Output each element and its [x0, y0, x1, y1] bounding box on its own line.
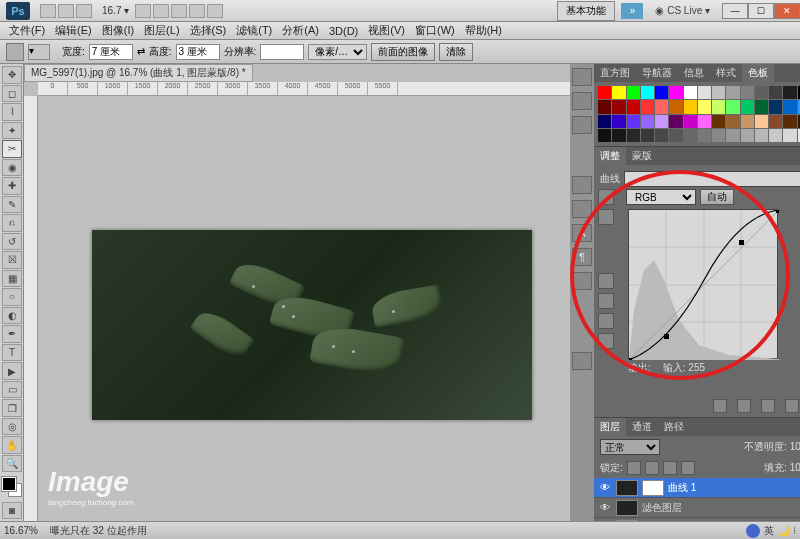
menu-filter[interactable]: 滤镜(T) [231, 23, 277, 38]
clear-button[interactable]: 清除 [439, 43, 473, 61]
view-extras-icon[interactable] [76, 4, 92, 18]
swatch[interactable] [726, 86, 739, 99]
swatch[interactable] [612, 100, 625, 113]
dock-icon-8[interactable] [572, 272, 592, 290]
swatch[interactable] [769, 100, 782, 113]
swatch[interactable] [712, 100, 725, 113]
rotate-view-icon[interactable] [171, 4, 187, 18]
menu-analysis[interactable]: 分析(A) [277, 23, 324, 38]
menu-file[interactable]: 文件(F) [4, 23, 50, 38]
zoom-icon[interactable] [153, 4, 169, 18]
menu-window[interactable]: 窗口(W) [410, 23, 460, 38]
expand-panels-icon[interactable]: » [621, 3, 643, 19]
menu-3d[interactable]: 3D(D) [324, 25, 363, 37]
magic-wand-tool[interactable]: ✦ [2, 122, 22, 140]
curves-eyedropper-black-icon[interactable] [598, 273, 614, 289]
swatch[interactable] [612, 115, 625, 128]
workspace-switcher[interactable]: 基本功能 [557, 1, 615, 21]
swatch[interactable] [612, 86, 625, 99]
shape-tool[interactable]: ▭ [2, 381, 22, 399]
tab-layers[interactable]: 图层 [594, 418, 626, 436]
cslive-button[interactable]: ◉ CS Live ▾ [649, 3, 716, 18]
tool-preset-picker[interactable]: ▾ [28, 44, 50, 60]
swatch[interactable] [655, 115, 668, 128]
tab-info[interactable]: 信息 [678, 64, 710, 82]
swatches-grid[interactable] [594, 82, 800, 146]
quick-mask-toggle[interactable]: ◙ [2, 502, 22, 520]
swatch[interactable] [755, 100, 768, 113]
menu-help[interactable]: 帮助(H) [460, 23, 507, 38]
swatch[interactable] [598, 100, 611, 113]
close-button[interactable]: ✕ [774, 3, 800, 19]
image-canvas[interactable] [92, 230, 532, 420]
move-tool[interactable]: ✥ [2, 66, 22, 84]
menu-select[interactable]: 选择(S) [185, 23, 232, 38]
dock-icon-9[interactable] [572, 352, 592, 370]
minibridge-icon[interactable] [58, 4, 74, 18]
maximize-button[interactable]: ☐ [748, 3, 774, 19]
lock-pixels-icon[interactable] [645, 461, 659, 475]
layer-row[interactable]: 👁滤色图层 [594, 498, 800, 518]
layer-row[interactable]: 👁曲线 1 [594, 478, 800, 498]
swatch[interactable] [598, 86, 611, 99]
swatch[interactable] [741, 129, 754, 142]
menu-image[interactable]: 图像(I) [97, 23, 139, 38]
swatch[interactable] [783, 86, 796, 99]
swatch[interactable] [741, 86, 754, 99]
swatch[interactable] [698, 86, 711, 99]
swatch[interactable] [769, 115, 782, 128]
swatch[interactable] [641, 129, 654, 142]
swatch[interactable] [684, 115, 697, 128]
fill-value[interactable]: 100% [790, 462, 800, 473]
lock-transparent-icon[interactable] [627, 461, 641, 475]
swap-dims-icon[interactable]: ⇄ [137, 46, 145, 57]
zoom-display[interactable]: 16.7 ▾ [102, 5, 129, 16]
swatch[interactable] [684, 86, 697, 99]
swatch[interactable] [598, 129, 611, 142]
swatch[interactable] [684, 100, 697, 113]
type-tool[interactable]: T [2, 344, 22, 362]
swatch[interactable] [769, 86, 782, 99]
swatch[interactable] [655, 86, 668, 99]
pen-tool[interactable]: ✒ [2, 325, 22, 343]
tab-styles[interactable]: 样式 [710, 64, 742, 82]
reset-icon[interactable] [785, 399, 799, 413]
units-select[interactable]: 像素/… [308, 44, 367, 60]
curves-eyedropper-white-icon[interactable] [598, 313, 614, 329]
resolution-input[interactable] [260, 44, 304, 60]
tab-channels[interactable]: 通道 [626, 418, 658, 436]
crop-tool[interactable]: ✂ [2, 140, 22, 158]
screen-mode-icon[interactable] [207, 4, 223, 18]
return-to-list-icon[interactable] [713, 399, 727, 413]
dodge-tool[interactable]: ◐ [2, 307, 22, 325]
swatch[interactable] [712, 129, 725, 142]
curves-graph[interactable] [628, 209, 778, 359]
curves-eyedropper-gray-icon[interactable] [598, 293, 614, 309]
tab-swatches[interactable]: 色板 [742, 64, 774, 82]
swatch[interactable] [627, 129, 640, 142]
crop-tool-icon[interactable] [6, 43, 24, 61]
visibility-eye-icon[interactable]: 👁 [598, 482, 612, 493]
curves-point-mode-icon[interactable] [598, 189, 614, 205]
tab-navigator[interactable]: 导航器 [636, 64, 678, 82]
lasso-tool[interactable]: ⌇ [2, 103, 22, 121]
swatch[interactable] [669, 115, 682, 128]
document-tab[interactable]: MG_5997(1).jpg @ 16.7% (曲线 1, 图层蒙版/8) * [24, 64, 253, 82]
ruler-horizontal[interactable]: 0500100015002000250030003500400045005000… [38, 82, 570, 96]
fg-color-swatch[interactable] [2, 477, 16, 491]
menu-view[interactable]: 视图(V) [363, 23, 410, 38]
toggle-visibility-icon[interactable] [737, 399, 751, 413]
tab-masks[interactable]: 蒙版 [626, 147, 658, 165]
tab-paths[interactable]: 路径 [658, 418, 690, 436]
dock-character-icon[interactable]: A [572, 224, 592, 242]
tab-adjustments[interactable]: 调整 [594, 147, 626, 165]
swatch[interactable] [655, 129, 668, 142]
swatch[interactable] [783, 129, 796, 142]
swatch[interactable] [755, 115, 768, 128]
curves-auto-button[interactable]: 自动 [700, 189, 734, 205]
front-image-button[interactable]: 前面的图像 [371, 43, 435, 61]
swatch[interactable] [641, 115, 654, 128]
swatch[interactable] [755, 129, 768, 142]
swatch[interactable] [684, 129, 697, 142]
swatch[interactable] [655, 100, 668, 113]
